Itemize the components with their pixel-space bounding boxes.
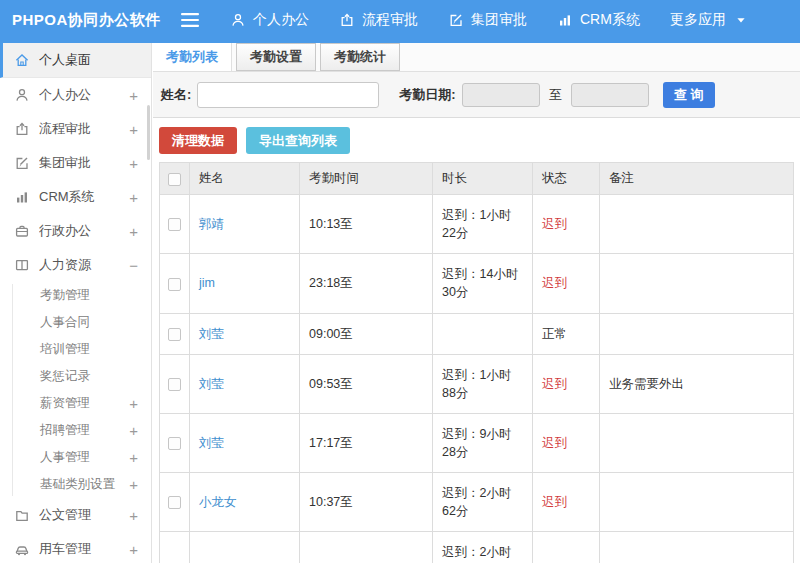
select-all-checkbox[interactable]: [168, 173, 181, 186]
sidebar-item-label: 公文管理: [39, 506, 129, 524]
expand-toggle-icon[interactable]: +: [129, 449, 138, 466]
expand-toggle-icon[interactable]: +: [129, 541, 138, 558]
expand-toggle-icon[interactable]: +: [129, 395, 138, 412]
table-row: jim23:18至迟到：14小时30分迟到: [160, 254, 794, 313]
expand-toggle-icon[interactable]: +: [129, 476, 138, 493]
sidebar-item-label: 个人桌面: [39, 51, 138, 69]
expand-toggle-icon[interactable]: +: [129, 189, 138, 206]
row-checkbox[interactable]: [168, 378, 181, 391]
table-row: 刘莹09:53至迟到：1小时88分迟到业务需要外出: [160, 354, 794, 413]
note: [600, 195, 794, 254]
row-checkbox[interactable]: [168, 218, 181, 231]
sidebar-item-group-approval[interactable]: 集团审批+: [0, 146, 151, 180]
name-input[interactable]: [197, 82, 379, 108]
nav-label: 流程审批: [362, 11, 418, 29]
sidebar-item-vehicle-mgmt[interactable]: 用车管理+: [0, 532, 151, 563]
expand-toggle-icon[interactable]: +: [129, 155, 138, 172]
expand-toggle-icon[interactable]: +: [129, 87, 138, 104]
search-button[interactable]: 查 询: [663, 82, 715, 108]
employee-name-link[interactable]: 刘莹: [199, 436, 224, 450]
sidebar-item-personal-office[interactable]: 个人办公+: [0, 78, 151, 112]
attendance-table: 姓名考勤时间时长状态备注 郭靖10:13至迟到：1小时22分迟到jim23:18…: [159, 162, 794, 563]
app-logo: PHPOA协同办公软件: [0, 11, 180, 30]
note: [600, 254, 794, 313]
sidebar-item-admin-office[interactable]: 行政办公+: [0, 214, 151, 248]
home-icon: [14, 52, 39, 68]
book-icon: [14, 257, 39, 273]
sidebar-subitem-attendance-mgmt[interactable]: 考勤管理: [0, 282, 151, 309]
sidebar-item-workflow-approval[interactable]: 流程审批+: [0, 112, 151, 146]
sidebar-item-label: 个人办公: [39, 86, 129, 104]
sidebar-item-personal-desktop[interactable]: 个人桌面: [0, 43, 151, 78]
attendance-table-wrap: 姓名考勤时间时长状态备注 郭靖10:13至迟到：1小时22分迟到jim23:18…: [153, 162, 800, 563]
chart-icon: [14, 189, 39, 205]
expand-toggle-icon[interactable]: +: [129, 422, 138, 439]
sidebar-item-label: 流程审批: [39, 120, 129, 138]
document-icon: [14, 507, 39, 523]
expand-toggle-icon[interactable]: −: [129, 257, 138, 274]
employee-name-link[interactable]: 郭靖: [199, 217, 224, 231]
tab-attendance-list[interactable]: 考勤列表: [153, 43, 232, 71]
sidebar-item-document-mgmt[interactable]: 公文管理+: [0, 498, 151, 532]
clear-data-button[interactable]: 清理数据: [159, 127, 237, 154]
tab-attendance-stats[interactable]: 考勤统计: [320, 43, 400, 71]
duration: 迟到：2小时62分: [433, 473, 533, 532]
top-header: PHPOA协同办公软件 个人办公流程审批集团审批CRM系统更多应用: [0, 0, 800, 40]
sidebar-subitem-training-mgmt[interactable]: 培训管理: [0, 336, 151, 363]
note: [600, 413, 794, 472]
briefcase-icon: [14, 223, 39, 239]
sidebar-sublist: 考勤管理人事合同培训管理奖惩记录薪资管理+招聘管理+人事管理+基础类别设置+: [0, 282, 151, 498]
tab-bar: 考勤列表考勤设置考勤统计: [153, 43, 800, 72]
duration: 迟到：2小时90分 早退：7小时10分: [433, 532, 533, 563]
sidebar-scrollbar[interactable]: [147, 105, 150, 160]
date-to-input[interactable]: [571, 83, 649, 107]
nav-group-approval[interactable]: 集团审批: [448, 11, 527, 29]
row-checkbox[interactable]: [168, 328, 181, 341]
nav-personal-office[interactable]: 个人办公: [230, 11, 309, 29]
expand-toggle-icon[interactable]: +: [129, 223, 138, 240]
employee-name-link[interactable]: 小龙女: [199, 495, 237, 509]
column-header: 备注: [600, 163, 794, 195]
date-from-input[interactable]: [462, 83, 540, 107]
duration: 迟到：9小时28分: [433, 413, 533, 472]
expand-toggle-icon[interactable]: +: [129, 507, 138, 524]
filter-bar: 姓名: 考勤日期: 至 查 询: [153, 72, 800, 118]
row-checkbox[interactable]: [168, 496, 181, 509]
status-badge: 迟到: [542, 377, 567, 391]
date-to-separator: 至: [549, 86, 562, 104]
note: [600, 313, 794, 354]
row-checkbox[interactable]: [168, 437, 181, 450]
status-badge: 迟到: [542, 436, 567, 450]
status-badge: 正常: [542, 327, 567, 341]
sidebar-subitem-reward-punishment[interactable]: 奖惩记录: [0, 363, 151, 390]
sidebar-item-crm-system[interactable]: CRM系统+: [0, 180, 151, 214]
sidebar-subitem-base-category-settings[interactable]: 基础类别设置+: [0, 471, 151, 498]
sidebar-subitem-personnel-mgmt[interactable]: 人事管理+: [0, 444, 151, 471]
nav-crm-system[interactable]: CRM系统: [557, 11, 640, 29]
nav-more-apps[interactable]: 更多应用: [670, 11, 749, 29]
row-checkbox[interactable]: [168, 278, 181, 291]
employee-name-link[interactable]: jim: [199, 276, 215, 290]
nav-workflow-approval[interactable]: 流程审批: [339, 11, 418, 29]
employee-name-link[interactable]: 刘莹: [199, 327, 224, 341]
chart-icon: [557, 12, 573, 28]
name-label: 姓名:: [161, 86, 191, 104]
table-row: 管理员10:54至10:54迟到：2小时90分 早退：7小时10分迟到/早退11…: [160, 532, 794, 563]
menu-toggle-icon[interactable]: [180, 13, 200, 27]
employee-name-link[interactable]: 刘莹: [199, 377, 224, 391]
sidebar-subitem-hr-contract[interactable]: 人事合同: [0, 309, 151, 336]
sidebar-subitem-recruitment-mgmt[interactable]: 招聘管理+: [0, 417, 151, 444]
expand-toggle-icon[interactable]: +: [129, 121, 138, 138]
sidebar-subitem-label: 人事合同: [40, 314, 138, 331]
status-badge: 迟到: [542, 217, 567, 231]
sidebar-item-human-resources[interactable]: 人力资源−: [0, 248, 151, 282]
export-list-button[interactable]: 导出查询列表: [246, 127, 350, 154]
duration: [433, 313, 533, 354]
sidebar-subitem-salary-mgmt[interactable]: 薪资管理+: [0, 390, 151, 417]
attendance-time: 23:18至: [300, 254, 433, 313]
tab-attendance-settings[interactable]: 考勤设置: [236, 43, 316, 71]
column-header: 状态: [533, 163, 600, 195]
header-accent-strip: [0, 40, 800, 43]
top-nav: 个人办公流程审批集团审批CRM系统更多应用: [230, 11, 779, 29]
sidebar-subitem-label: 薪资管理: [40, 395, 129, 412]
